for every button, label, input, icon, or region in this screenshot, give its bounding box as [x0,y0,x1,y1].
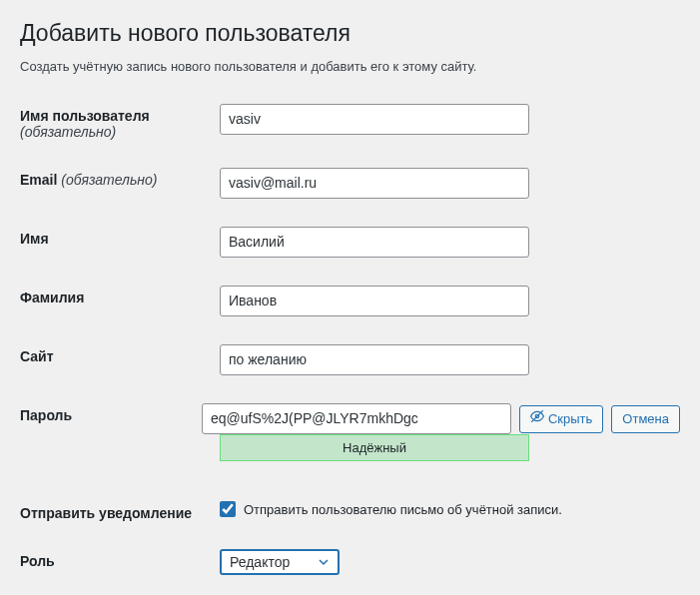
email-required: (обязательно) [61,172,157,188]
cancel-button-label: Отмена [622,409,669,429]
email-input[interactable] [220,168,529,199]
email-label: Email [20,172,57,188]
lastname-input[interactable] [220,286,529,316]
email-label-col: Email (обязательно) [20,168,220,188]
hide-button-label: Скрыть [548,409,592,429]
user-form: Имя пользователя (обязательно) Email (об… [20,104,680,575]
username-row: Имя пользователя (обязательно) [20,104,680,140]
username-label-col: Имя пользователя (обязательно) [20,104,220,140]
password-input[interactable] [202,403,511,434]
username-label: Имя пользователя [20,108,150,124]
notification-row: Отправить уведомление Отправить пользова… [20,501,680,521]
firstname-input[interactable] [220,227,529,258]
firstname-row: Имя [20,227,680,258]
notification-checkbox-label: Отправить пользователю письмо об учётной… [244,502,562,517]
password-row: Пароль Скрыть Отмена [20,403,680,434]
role-label: Роль [20,553,55,569]
page-description: Создать учётную запись нового пользовате… [20,59,680,74]
password-strength-meter: Надёжный [220,434,529,461]
role-row: Роль Редактор [20,549,680,575]
password-label: Пароль [20,407,72,423]
eye-slash-icon [530,409,544,429]
firstname-label: Имя [20,231,49,247]
username-input[interactable] [220,104,529,135]
email-row: Email (обязательно) [20,168,680,199]
hide-password-button[interactable]: Скрыть [519,405,603,433]
lastname-label: Фамилия [20,290,84,305]
notification-label: Отправить уведомление [20,505,192,521]
website-input[interactable] [220,344,529,375]
notification-checkbox[interactable] [220,501,236,517]
website-label: Сайт [20,348,54,364]
role-select[interactable]: Редактор [220,549,340,575]
lastname-row: Фамилия [20,286,680,316]
website-row: Сайт [20,344,680,375]
cancel-password-button[interactable]: Отмена [611,405,680,433]
page-title: Добавить нового пользователя [20,20,680,47]
username-required: (обязательно) [20,124,116,140]
